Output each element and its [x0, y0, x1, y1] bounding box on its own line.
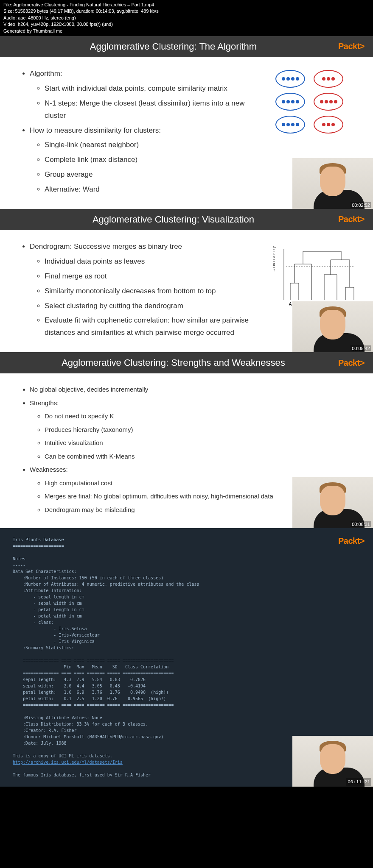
slide-content: Dendrogram: Successive merges as binary …	[21, 241, 267, 342]
code-title: Iris Plants Database	[13, 537, 64, 542]
bullet-text: Algorithm:	[30, 70, 62, 78]
sub-bullet: Intuitive visualization	[45, 437, 356, 448]
timestamp: 00:05:42	[351, 345, 371, 351]
timestamp: 00:08:31	[351, 521, 371, 527]
dendro-leaf: A	[289, 302, 292, 306]
sub-bullet: Select clustering by cutting the dendrog…	[45, 300, 267, 312]
sub-bullet: Alternative: Ward	[45, 184, 267, 196]
meta-video: Video: h264, yuv420p, 1920x1080, 30.00 f…	[3, 21, 370, 28]
meta-generated: Generated by Thumbnail me	[3, 28, 370, 34]
packt-logo: Packt>	[338, 214, 365, 224]
sub-bullet: Group average	[45, 169, 267, 181]
sub-bullet: Similarity monotonically decreases from …	[45, 285, 267, 298]
cluster-oval-blue	[275, 70, 305, 88]
slide-2: Agglomerative Clustering: Visualization …	[0, 209, 373, 352]
packt-logo: Packt>	[338, 42, 365, 51]
presenter-thumbnail: 00:08:31	[292, 477, 373, 528]
cluster-oval-red	[314, 93, 343, 111]
meta-size: Size: 51563229 bytes (49.17 MiB), durati…	[3, 8, 370, 14]
slide-header: Agglomerative Clustering: The Algorithm …	[0, 36, 373, 57]
sub-bullet: Individual data points as leaves	[45, 256, 267, 268]
sub-bullet: Single-link (nearest neighbor)	[45, 139, 267, 151]
timestamp: 00:11:21	[346, 778, 371, 786]
meta-file: File: Agglomerative Clustering - Finding…	[3, 2, 370, 8]
file-metadata: File: Agglomerative Clustering - Finding…	[0, 0, 373, 36]
slide-3: Agglomerative Clustering: Strengths and …	[0, 352, 373, 528]
presenter-thumbnail: 00:05:42	[292, 301, 373, 352]
slide-4-code: Packt> Iris Plants Database ============…	[0, 528, 373, 787]
dendrogram-axis-label: Similarity	[272, 245, 276, 271]
sub-bullet: Final merge as root	[45, 270, 267, 283]
bullet-text: Weaknesses:	[30, 466, 68, 473]
slide-header: Agglomerative Clustering: Visualization …	[0, 209, 373, 230]
sub-bullet: N-1 steps: Merge the closest (least diss…	[45, 97, 267, 122]
cluster-oval-red	[314, 116, 343, 134]
bullet-text: Strengths:	[30, 399, 59, 406]
code-link: http://archive.ics.uci.edu/ml/datasets/I…	[13, 760, 123, 765]
bullet-text: Dendrogram: Successive merges as binary …	[30, 242, 182, 250]
cluster-oval-red	[314, 70, 343, 88]
bullet-text: No global objective, decides incremental…	[30, 384, 356, 395]
sub-bullet: Can be combined with K-Means	[45, 451, 356, 462]
slide-header: Agglomerative Clustering: Strengths and …	[0, 352, 373, 373]
slide-title: Agglomerative Clustering: Strengths and …	[8, 357, 338, 368]
sub-bullet: Start with individual data points, compu…	[45, 83, 267, 95]
slide-1: Agglomerative Clustering: The Algorithm …	[0, 36, 373, 209]
sub-bullet: Evaluate fit with cophenetic correlation…	[45, 314, 267, 339]
cluster-oval-blue	[275, 93, 305, 111]
slide-content: Algorithm: Start with individual data po…	[21, 68, 267, 198]
bullet-text: How to measure dissimilarity for cluster…	[30, 126, 161, 134]
sub-bullet: Do not need to specify K	[45, 411, 356, 422]
slide-title: Agglomerative Clustering: Visualization	[8, 214, 338, 225]
cluster-oval-blue	[275, 116, 305, 134]
packt-logo: Packt>	[338, 358, 365, 368]
sub-bullet: Produces hierarchy (taxonomy)	[45, 424, 356, 435]
slide-title: Agglomerative Clustering: The Algorithm	[8, 41, 338, 52]
packt-logo: Packt>	[338, 534, 365, 547]
presenter-thumbnail: 00:11:21	[292, 736, 373, 787]
presenter-thumbnail: 00:02:52	[292, 158, 373, 209]
timestamp: 00:02:52	[351, 202, 371, 208]
meta-audio: Audio: aac, 48000 Hz, stereo (eng)	[3, 15, 370, 21]
sub-bullet: Complete link (max distance)	[45, 154, 267, 166]
